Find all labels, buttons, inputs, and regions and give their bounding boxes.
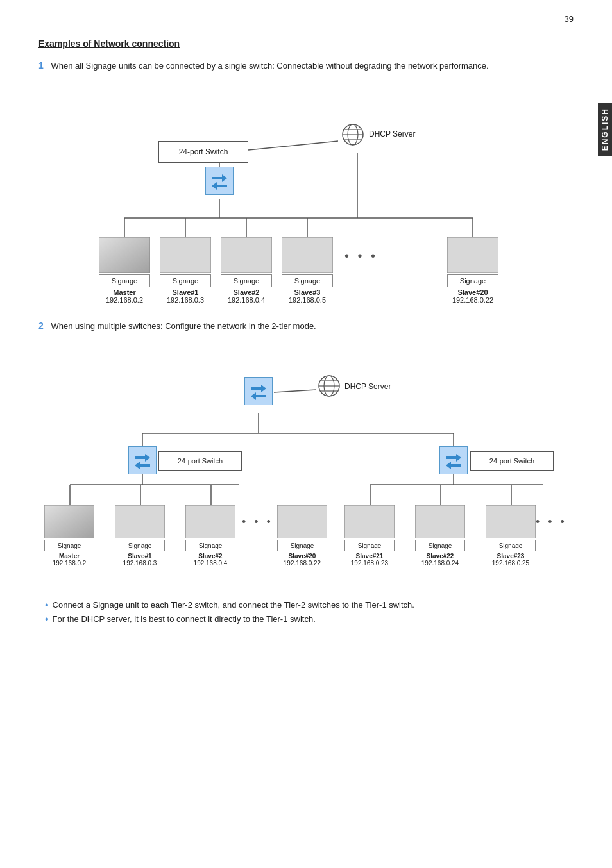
item-1-number: 1 — [38, 60, 44, 71]
role-d2-slave22: Slave#22 192.168.0.24 — [412, 553, 468, 567]
signage-d2-slave21: Signage — [344, 540, 395, 551]
svg-marker-38 — [251, 392, 266, 400]
role-d2-slave20: Slave#20 192.168.0.22 — [274, 553, 330, 567]
svg-marker-51 — [277, 505, 327, 538]
svg-marker-17 — [99, 237, 150, 273]
signage-d2-master: Signage — [44, 540, 94, 551]
bullet-dot-1: • — [45, 600, 49, 610]
main-content: Examples of Network connection 1 When al… — [0, 0, 612, 676]
item-1-header: 1 When all Signage units can be connecte… — [38, 60, 574, 71]
signage-label-slave1: Signage — [160, 274, 211, 287]
node-role-slave1: Slave#1 192.168.0.3 — [160, 288, 211, 304]
bullet-item-1: • Connect a Signage unit to each Tier-2 … — [45, 600, 574, 610]
section-title: Examples of Network connection — [38, 38, 574, 49]
diagram-1: 24-port Switch DHCP Server — [88, 83, 524, 295]
globe-icon-2 — [318, 374, 341, 397]
switch-icon-tier1 — [244, 377, 273, 405]
svg-marker-19 — [221, 237, 272, 273]
page-number: 39 — [565, 14, 574, 24]
bullet-item-2: • For the DHCP server, it is best to con… — [45, 614, 574, 624]
monitor-d2-slave2 — [185, 505, 235, 538]
signage-d2-slave1: Signage — [115, 540, 165, 551]
monitor-slave1 — [160, 237, 211, 273]
signage-d2-slave2: Signage — [185, 540, 235, 551]
bullet-dot-2: • — [45, 614, 49, 624]
switch-box-left: 24-port Switch — [158, 451, 242, 471]
item-1-description: When all Signage units can be connected … — [51, 61, 488, 71]
switch-icon-1 — [205, 167, 234, 195]
monitor-slave20 — [447, 237, 498, 273]
svg-marker-50 — [185, 505, 235, 538]
svg-marker-11 — [212, 182, 227, 190]
dots-1: • • • — [344, 249, 378, 263]
monitor-d2-slave22 — [415, 505, 465, 538]
svg-marker-37 — [251, 385, 266, 392]
switch-box-right: 24-port Switch — [470, 451, 554, 471]
node-role-slave3: Slave#3 192.168.0.5 — [282, 288, 333, 304]
monitor-slave2 — [221, 237, 272, 273]
switch-label-right: 24-port Switch — [489, 457, 534, 465]
svg-line-22 — [274, 390, 316, 392]
switch-icon-right — [439, 446, 468, 474]
svg-marker-47 — [446, 462, 461, 469]
dots-left: • • • — [242, 515, 273, 529]
signage-d2-slave22: Signage — [415, 540, 465, 551]
switch-label-left: 24-port Switch — [178, 457, 223, 465]
item-1-block: 1 When all Signage units can be connecte… — [38, 60, 574, 295]
switch-label-1: 24-port Switch — [179, 147, 228, 156]
monitor-master — [99, 237, 150, 273]
signage-d2-slave20: Signage — [277, 540, 327, 551]
switch-box-1: 24-port Switch — [158, 141, 248, 163]
item-2-header: 2 When using multiple switches: Configur… — [38, 321, 574, 331]
monitor-d2-slave1 — [115, 505, 165, 538]
svg-marker-21 — [447, 237, 498, 273]
role-d2-slave21: Slave#21 192.168.0.23 — [341, 553, 398, 567]
svg-marker-49 — [115, 505, 165, 538]
dhcp-label-2: DHCP Server — [344, 382, 391, 391]
item-2-description: When using multiple switches: Configure … — [51, 321, 316, 331]
monitor-d2-slave23 — [486, 505, 536, 538]
signage-label-slave3: Signage — [282, 274, 333, 287]
svg-marker-10 — [212, 174, 227, 182]
node-role-slave20: Slave#20 192.168.0.22 — [444, 288, 502, 304]
bullet-text-1: Connect a Signage unit to each Tier-2 sw… — [53, 600, 414, 610]
svg-marker-18 — [160, 237, 211, 273]
svg-marker-44 — [135, 454, 150, 462]
svg-marker-46 — [446, 454, 461, 462]
bullet-text-2: For the DHCP server, it is best to conne… — [53, 614, 316, 624]
svg-marker-53 — [415, 505, 465, 538]
svg-marker-52 — [344, 505, 395, 538]
signage-d2-slave23: Signage — [486, 540, 536, 551]
dots-right: • • • — [536, 515, 567, 529]
item-2-number: 2 — [38, 321, 44, 331]
svg-marker-48 — [44, 505, 94, 538]
diagram-2: DHCP Server 24-port Switch — [43, 344, 569, 594]
monitor-d2-master — [44, 505, 94, 538]
signage-label-slave2: Signage — [221, 274, 272, 287]
node-role-master: Master 192.168.0.2 — [99, 288, 150, 304]
monitor-d2-slave20 — [277, 505, 327, 538]
switch-icon-left — [128, 446, 157, 474]
monitor-slave3 — [282, 237, 333, 273]
svg-line-0 — [242, 141, 338, 151]
signage-label-slave20: Signage — [447, 274, 498, 287]
item-2-block: 2 When using multiple switches: Configur… — [38, 321, 574, 624]
node-role-slave2: Slave#2 192.168.0.4 — [221, 288, 272, 304]
role-d2-slave1: Slave#1 192.168.0.3 — [115, 553, 165, 567]
globe-icon-1 — [341, 123, 364, 146]
svg-marker-54 — [486, 505, 536, 538]
role-d2-slave23: Slave#23 192.168.0.25 — [482, 553, 539, 567]
svg-marker-45 — [135, 462, 150, 469]
english-tab: ENGLISH — [598, 103, 612, 156]
role-d2-slave2: Slave#2 192.168.0.4 — [185, 553, 235, 567]
dhcp-label-1: DHCP Server — [369, 129, 415, 138]
bullet-list: • Connect a Signage unit to each Tier-2 … — [38, 600, 574, 624]
svg-marker-20 — [282, 237, 333, 273]
role-d2-master: Master 192.168.0.2 — [44, 553, 94, 567]
signage-label-master: Signage — [99, 274, 150, 287]
monitor-d2-slave21 — [344, 505, 395, 538]
